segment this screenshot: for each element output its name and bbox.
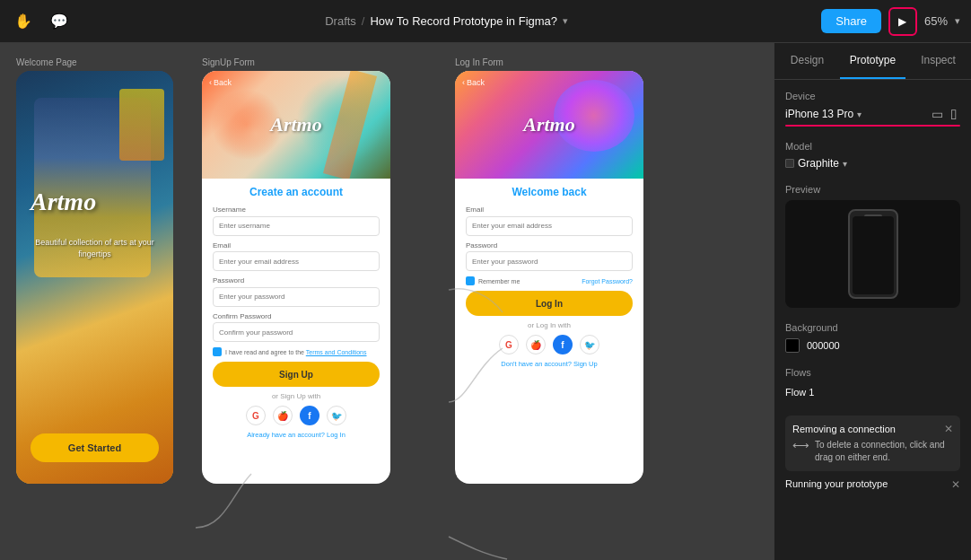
username-label: Username [213,206,380,214]
signup-frame-label: SignUp Form [202,57,390,67]
dropdown-arrow-icon[interactable]: ▾ [563,15,568,27]
email-field: Email [213,241,380,272]
welcome-cta-button[interactable]: Get Started [31,433,159,462]
panel-content: Device iPhone 13 Pro ▾ ▭ ▭ Model [774,80,971,560]
login-heading: Welcome back [466,186,633,198]
facebook-login-button[interactable]: f [553,335,573,354]
login-email-input[interactable] [466,216,633,236]
login-password-field: Password [466,241,633,272]
terms-text-label: I have read and agree to the [225,349,304,355]
landscape-view-icon[interactable]: ▭ [948,109,962,120]
preview-section: Preview [785,184,960,308]
login-top-image: ‹ Back Artmo [455,71,643,179]
breadcrumb-drafts[interactable]: Drafts [325,14,356,28]
email-input[interactable] [213,251,380,271]
login-bottom-text: Don't have an account? [501,360,572,368]
signup-heading: Create an account [213,186,380,198]
back-arrow-icon: ‹ [209,78,212,87]
forgot-password-link[interactable]: Forgot Password? [582,278,633,284]
google-signup-button[interactable]: G [246,406,266,425]
tab-inspect[interactable]: Inspect [905,43,971,79]
login-app-title: Artmo [523,113,574,136]
confirm-password-field: Confirm Password [213,312,380,343]
canvas-area[interactable]: Welcome Page ▶ Artmo Beautiful collectio… [0,43,774,560]
back-arrow-icon-login: ‹ [462,78,465,87]
login-back-button[interactable]: ‹ Back [462,78,485,87]
comment-tool-icon[interactable]: 💬 [47,9,72,34]
notif-body-text: To delete a connection, click and drag o… [815,439,953,464]
running-close-button[interactable]: ✕ [951,478,960,491]
topbar-right: Share ▶ 65% ▾ [821,7,960,36]
removing-connection-notification: Removing a connection ✕ ⟷ To delete a co… [785,416,960,471]
device-label: Device [785,91,960,101]
zoom-control[interactable]: 65% [924,14,948,28]
twitter-signup-button[interactable]: 🐦 [327,406,346,425]
model-label: Model [785,141,960,152]
breadcrumb-title: How To Record Prototype in Figma? [370,14,557,28]
signup-submit-button[interactable]: Sign Up [213,362,380,387]
model-section: Model Graphite ▾ [785,141,960,170]
welcome-frame-wrapper: Welcome Page ▶ Artmo Beautiful collectio… [16,57,173,484]
remember-checkbox[interactable] [466,276,475,285]
panel-tabs: Design Prototype Inspect [774,43,971,80]
password-input[interactable] [213,287,380,307]
model-selector[interactable]: Graphite ▾ [785,157,960,170]
flows-label: Flows [785,367,960,378]
welcome-app-title: Artmo [31,188,96,216]
login-submit-button[interactable]: Log In [466,291,633,316]
twitter-login-button[interactable]: 🐦 [580,335,599,354]
login-bottom-link: Don't have an account? Sign Up [466,360,633,368]
running-title-text: Running your prototype [785,478,888,491]
login-phone-frame: ‹ Back Artmo Welcome back Email Password [455,71,643,484]
topbar-left: ✋ 💬 [11,9,72,34]
back-label-login: Back [467,78,485,87]
device-name-text: iPhone 13 Pro [785,108,853,120]
username-input[interactable] [213,216,380,236]
apple-signup-button[interactable]: 🍎 [273,406,293,425]
tab-prototype[interactable]: Prototype [840,43,905,79]
flows-section: Flows Flow 1 [785,367,960,401]
google-login-button[interactable]: G [499,335,519,354]
tab-design[interactable]: Design [774,43,840,79]
art-stripe [119,89,164,161]
login-password-input[interactable] [466,251,633,271]
remember-label: Remember me [478,278,520,284]
preview-screen [853,216,894,294]
login-frame-label: Log In Form [455,57,643,67]
topbar-center: Drafts / How To Record Prototype in Figm… [325,14,568,28]
zoom-dropdown-icon[interactable]: ▾ [955,15,960,27]
breadcrumb-separator: / [362,14,365,28]
terms-checkbox-row: I have read and agree to the Terms and C… [213,347,380,356]
device-section: Device iPhone 13 Pro ▾ ▭ ▭ [785,91,960,127]
confirm-input[interactable] [213,322,380,342]
terms-text: I have read and agree to the Terms and C… [225,349,367,355]
background-hex-value[interactable]: 000000 [807,340,840,351]
remember-me-row: Remember me Forgot Password? [466,276,633,285]
facebook-signup-button[interactable]: f [300,406,319,425]
right-panel: Design Prototype Inspect Device iPhone 1… [774,43,971,560]
portrait-view-icon[interactable]: ▭ [932,107,943,121]
login-signup-link[interactable]: Sign Up [573,360,598,368]
hand-tool-icon[interactable]: ✋ [11,9,36,34]
confirm-label: Confirm Password [213,312,380,320]
signup-back-button[interactable]: ‹ Back [209,78,232,87]
play-button[interactable]: ▶ [888,7,917,36]
signup-login-link[interactable]: Log In [327,431,346,439]
background-color-swatch[interactable] [785,338,800,353]
terms-link[interactable]: Terms and Conditions [306,349,367,355]
flow-1-item[interactable]: Flow 1 [785,383,960,401]
device-name-value[interactable]: iPhone 13 Pro ▾ [785,108,862,120]
signup-top-image: ‹ Back Artmo [202,71,390,179]
signup-or-divider: or Sign Up with [213,392,380,400]
signup-app-title: Artmo [270,113,321,136]
share-button[interactable]: Share [821,9,881,33]
terms-checkbox[interactable] [213,347,222,356]
notif-body: ⟷ To delete a connection, click and drag… [792,439,953,464]
apple-login-button[interactable]: 🍎 [526,335,546,354]
notif-close-button[interactable]: ✕ [944,423,953,435]
running-prototype-section: Running your prototype ✕ [785,478,960,491]
running-title-row: Running your prototype ✕ [785,478,960,491]
welcome-phone-frame: ▶ Artmo Beautiful collection of arts at … [16,71,173,484]
signup-frame-wrapper: SignUp Form ‹ Back Artmo Create an accou… [202,57,390,484]
login-form-body: Welcome back Email Password Remember me [455,179,643,375]
